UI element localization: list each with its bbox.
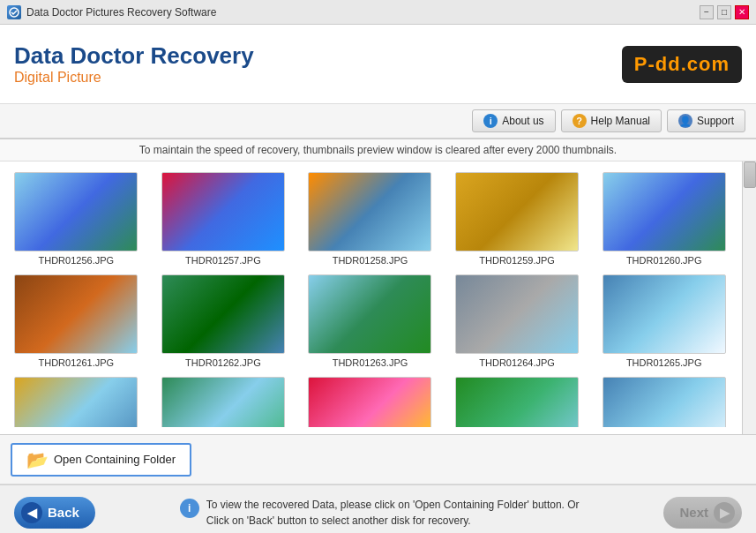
main-content: THDR01256.JPG THDR01257.JPG THDR01258.JP…: [0, 161, 756, 435]
thumbnail-label: THDR01265.JPG: [626, 357, 702, 368]
app-subtitle: Digital Picture: [14, 70, 254, 86]
folder-icon: 📂: [26, 449, 49, 470]
thumbnail-item[interactable]: THDR01260.JPG: [595, 172, 733, 266]
about-button[interactable]: i About us: [472, 109, 555, 132]
title-bar-controls: − □ ✕: [700, 5, 749, 19]
maximize-button[interactable]: □: [717, 5, 731, 19]
next-arrow-icon: ▶: [714, 502, 735, 523]
title-bar-left: Data Doctor Pictures Recovery Software: [7, 5, 216, 19]
support-icon: 👤: [678, 114, 692, 128]
open-folder-button[interactable]: 📂 Open Containing Folder: [11, 443, 191, 477]
support-button[interactable]: 👤 Support: [667, 109, 745, 132]
thumbnail-item[interactable]: THDR01266.JPG: [7, 377, 146, 427]
thumbnail-image: [455, 274, 579, 354]
thumbnail-image: [308, 274, 431, 354]
thumbnail-image: [14, 274, 138, 354]
thumbnail-item[interactable]: THDR01258.JPG: [301, 172, 439, 266]
thumbnail-image: [308, 377, 431, 427]
app-title-block: Data Doctor Recovery Digital Picture: [14, 42, 254, 86]
back-arrow-icon: ◀: [21, 502, 42, 523]
thumbnail-image: [14, 377, 138, 427]
thumbnail-image: [161, 172, 285, 251]
close-button[interactable]: ✕: [735, 5, 749, 19]
footer: ◀ Back i To view the recovered Data, ple…: [0, 484, 756, 533]
app-title: Data Doctor Recovery: [14, 42, 254, 70]
info-icon: i: [483, 114, 498, 128]
thumbnail-label: THDR01258.JPG: [333, 255, 408, 266]
thumbnail-item[interactable]: THDR01265.JPG: [595, 274, 733, 368]
minimize-button[interactable]: −: [700, 5, 714, 19]
app-header: Data Doctor Recovery Digital Picture P-d…: [0, 25, 756, 104]
thumbnail-label: THDR01257.JPG: [185, 255, 261, 266]
thumbnail-image: [161, 274, 285, 354]
title-bar: Data Doctor Pictures Recovery Software −…: [0, 0, 756, 25]
help-icon: ?: [573, 114, 587, 128]
thumbnail-item[interactable]: THDR01269.JPG: [448, 377, 587, 427]
thumbnail-item[interactable]: THDR01261.JPG: [7, 274, 146, 368]
help-button[interactable]: ? Help Manual: [561, 109, 662, 132]
thumbnail-item[interactable]: THDR01257.JPG: [154, 172, 293, 266]
footer-text: To view the recovered Data, please click…: [206, 497, 580, 529]
footer-info-icon: i: [180, 499, 199, 518]
thumbnail-label: THDR01261.JPG: [39, 357, 115, 368]
thumbnail-item[interactable]: THDR01264.JPG: [448, 274, 587, 368]
app-icon: [7, 5, 21, 19]
thumbnail-item[interactable]: THDR01268.JPG: [301, 377, 439, 427]
thumbnail-image: [455, 172, 579, 251]
folder-bar: 📂 Open Containing Folder: [0, 435, 756, 484]
app-logo: P-dd.com: [622, 46, 742, 83]
thumbnail-label: THDR01259.JPG: [479, 255, 555, 266]
thumbnail-label: THDR01263.JPG: [333, 357, 408, 368]
thumbnail-label: THDR01260.JPG: [626, 255, 702, 266]
thumbnail-image: [14, 172, 138, 251]
thumbnail-item[interactable]: THDR01256.JPG: [7, 172, 146, 266]
back-button[interactable]: ◀ Back: [14, 497, 95, 529]
toolbar: i About us ? Help Manual 👤 Support: [0, 104, 756, 139]
thumbnail-label: THDR01256.JPG: [39, 255, 115, 266]
thumbnail-image: [308, 172, 431, 251]
next-button[interactable]: Next ▶: [663, 497, 742, 529]
thumbnail-image: [455, 377, 579, 427]
thumbnail-image: [603, 172, 726, 251]
thumbnail-item[interactable]: THDR01263.JPG: [301, 274, 439, 368]
thumbnail-item[interactable]: THDR01270.JPG: [595, 377, 733, 427]
scrollbar-track[interactable]: [742, 161, 756, 434]
thumbnail-image: [603, 274, 726, 354]
scrollbar-thumb[interactable]: [744, 161, 756, 188]
thumbnail-item[interactable]: THDR01259.JPG: [448, 172, 587, 266]
thumbnails-grid: THDR01256.JPG THDR01257.JPG THDR01258.JP…: [7, 169, 749, 427]
window-title: Data Doctor Pictures Recovery Software: [26, 6, 216, 19]
thumbnail-image: [161, 377, 285, 427]
thumbnail-item[interactable]: THDR01262.JPG: [154, 274, 293, 368]
footer-left: ◀ Back: [14, 497, 95, 529]
info-bar: To maintain the speed of recovery, thumb…: [0, 139, 756, 161]
thumbnail-image: [603, 377, 726, 427]
thumbnail-label: THDR01262.JPG: [185, 357, 261, 368]
footer-info: i To view the recovered Data, please cli…: [180, 497, 580, 529]
thumbnail-item[interactable]: THDR01267.JPG: [154, 377, 293, 427]
thumbnail-label: THDR01264.JPG: [479, 357, 555, 368]
